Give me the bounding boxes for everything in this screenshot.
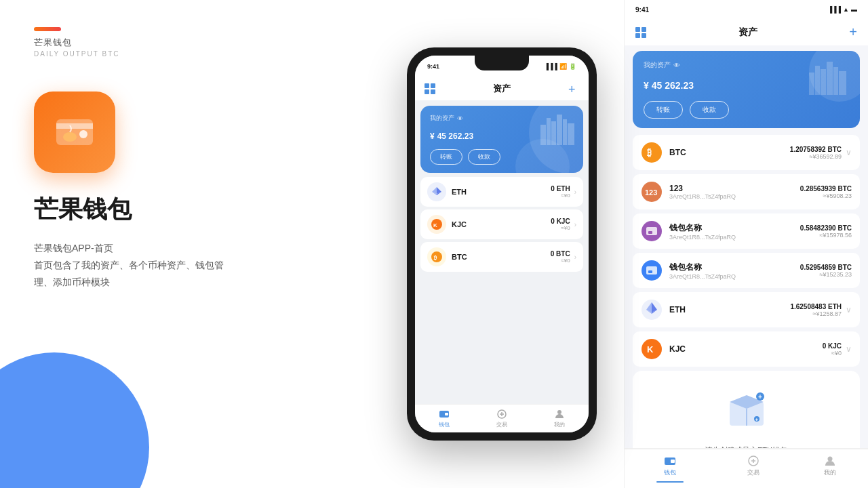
subtitle-small: DAILY OUTPUT BTC <box>34 50 346 58</box>
phone-mockup: 9:41 ▐▐▐ 📶 🔋 资产 + <box>407 47 597 441</box>
coin-amounts-kjc: 0 KJC ≈¥0 <box>551 218 570 231</box>
svg-text:+: + <box>758 393 762 401</box>
phone-nav-trade[interactable]: 交易 <box>496 409 507 428</box>
r-coin-left-btc: ₿ BTC <box>641 142 686 163</box>
r-btc-amounts: 1.20758392 BTC ≈¥36592.89 <box>790 146 842 160</box>
r-123-icon: 123 <box>641 181 663 203</box>
chevron-btc: › <box>574 253 576 261</box>
svg-rect-22 <box>809 73 814 95</box>
right-coin-123[interactable]: 123 123 3AreQt1R8...TsZ4fpaRQ 0.28563939… <box>633 174 860 209</box>
r-eth-info: ETH <box>669 305 686 314</box>
right-signal-icon: ▐▐▐ <box>828 6 841 13</box>
eye-icon[interactable]: 👁 <box>457 115 463 122</box>
svg-text:₿: ₿ <box>647 147 652 158</box>
right-coin-eth[interactable]: ETH 1.62508483 ETH ≈¥1258.87 ∨ <box>633 292 860 327</box>
grid-menu-icon[interactable] <box>425 83 435 94</box>
phone-nav-wallet[interactable]: 钱包 <box>439 409 450 428</box>
r-coin-right-wallet1: 0.58482390 BTC ≈¥15978.56 <box>800 224 852 239</box>
coin-name-btc: BTC <box>452 253 467 261</box>
eth-wallet-create-icon: + + <box>719 382 774 436</box>
coin-approx-eth: ≈¥0 <box>551 192 570 199</box>
right-status-icons: ▐▐▐ ▲ ▬ <box>828 6 857 13</box>
r-wallet1-icon <box>641 220 663 242</box>
coin-approx-btc: ≈¥0 <box>551 258 570 264</box>
right-panel: 9:41 ▐▐▐ ▲ ▬ 资产 + <box>624 0 868 488</box>
right-coin-wallet1[interactable]: 钱包名称 3AreQt1R8...TsZ4fpaRQ 0.58482390 BT… <box>633 214 860 249</box>
coin-amount-kjc: 0 KJC <box>551 218 570 225</box>
phone-content[interactable]: 我的资产 👁 ¥45 262.23 转账 收款 <box>415 100 589 404</box>
svg-rect-6 <box>551 121 556 145</box>
phone-asset-card: 我的资产 👁 ¥45 262.23 转账 收款 <box>420 106 583 173</box>
right-coin-btc[interactable]: ₿ BTC 1.20758392 BTC ≈¥36592.89 ∨ <box>633 135 860 170</box>
phone-coin-item-btc[interactable]: ₿ BTC 0 BTC ≈¥0 › <box>420 242 583 272</box>
coin-amounts-btc: 0 BTC ≈¥0 <box>551 250 570 264</box>
svg-rect-34 <box>648 231 652 234</box>
r-wallet1-info: 钱包名称 3AreQt1R8...TsZ4fpaRQ <box>669 222 736 241</box>
btc-icon: ₿ <box>427 247 446 266</box>
svg-rect-0 <box>56 119 93 145</box>
r-trade-nav-icon <box>747 455 760 467</box>
right-grid-icon[interactable] <box>635 27 646 38</box>
svg-rect-23 <box>815 66 820 95</box>
coin-left-btc: ₿ BTC <box>427 247 467 266</box>
r-chevron-eth: ∨ <box>846 305 852 314</box>
svg-rect-4 <box>540 125 546 145</box>
phone-time: 9:41 <box>427 63 439 70</box>
svg-rect-53 <box>671 460 675 463</box>
r-wallet2-icon <box>641 260 663 281</box>
phone-coin-item-kjc[interactable]: K KJC 0 KJC ≈¥0 › <box>420 209 583 239</box>
phone-coin-item-eth[interactable]: ETH 0 ETH ≈¥0 › <box>420 177 583 207</box>
right-receive-btn[interactable]: 收款 <box>690 101 729 119</box>
phone-nav-mine[interactable]: 我的 <box>554 409 565 428</box>
right-time: 9:41 <box>635 6 649 14</box>
right-coin-kjc[interactable]: K KJC 0 KJC ≈¥0 ∨ <box>633 331 860 367</box>
right-transfer-btn[interactable]: 转账 <box>644 101 683 119</box>
app-icon <box>34 92 115 173</box>
svg-point-21 <box>557 410 561 414</box>
right-header: 资产 + <box>625 19 868 45</box>
right-nav-trade[interactable]: 交易 <box>747 455 760 483</box>
svg-rect-26 <box>833 67 838 95</box>
r-kjc-info: KJC <box>669 344 686 354</box>
r-123-amounts: 0.28563939 BTC ≈¥5908.23 <box>800 185 852 199</box>
signal-icon: ▐▐▐ <box>545 63 557 70</box>
coin-right-btc: 0 BTC ≈¥0 › <box>551 250 576 264</box>
svg-rect-5 <box>547 118 551 145</box>
svg-point-16 <box>431 251 442 262</box>
coin-amount-eth: 0 ETH <box>551 185 570 192</box>
r-eye-icon[interactable]: 👁 <box>673 62 680 69</box>
left-panel: 芒果钱包 DAILY OUTPUT BTC 芒果钱包 芒果钱包APP-首页 首页… <box>0 0 380 488</box>
phone-header-title: 资产 <box>493 83 511 95</box>
wifi-icon: 📶 <box>559 63 567 70</box>
svg-rect-7 <box>557 115 562 145</box>
right-nav-mine[interactable]: 我的 <box>824 455 836 483</box>
svg-text:K: K <box>433 222 437 228</box>
app-name-small: 芒果钱包 <box>34 37 346 49</box>
right-nav-wallet[interactable]: 钱包 <box>656 455 684 483</box>
coin-approx-kjc: ≈¥0 <box>551 225 570 231</box>
phone-receive-btn[interactable]: 收款 <box>468 149 500 165</box>
r-wallet2-amounts: 0.52954859 BTC ≈¥15235.23 <box>800 264 852 278</box>
svg-rect-8 <box>563 119 567 145</box>
right-bottom-nav: 钱包 交易 我的 <box>625 448 868 488</box>
city-silhouette <box>537 111 578 145</box>
r-city-silhouette <box>806 58 853 95</box>
eth-wallet-box: + + 请先创建或导入ETH钱包 创建 导入 <box>633 371 860 448</box>
right-content[interactable]: 我的资产 👁 ¥45 262.23 转账 收款 ₿ BTC <box>625 45 868 448</box>
r-kjc-icon: K <box>641 338 663 360</box>
r-123-info: 123 3AreQt1R8...TsZ4fpaRQ <box>669 184 736 200</box>
r-coin-left-wallet1: 钱包名称 3AreQt1R8...TsZ4fpaRQ <box>641 220 736 242</box>
right-add-icon[interactable]: + <box>849 24 857 40</box>
r-coin-right-eth: 1.62508483 ETH ≈¥1258.87 ∨ <box>790 303 852 317</box>
phone-screen: 9:41 ▐▐▐ 📶 🔋 资产 + <box>415 56 589 432</box>
add-icon[interactable]: + <box>568 83 579 94</box>
coin-right-kjc: 0 KJC ≈¥0 › <box>551 218 576 231</box>
coin-left-kjc: K KJC <box>427 215 467 234</box>
chevron-eth: › <box>574 188 576 196</box>
r-eth-icon <box>641 299 663 321</box>
right-coin-wallet2[interactable]: 钱包名称 3AreQt1R8...TsZ4fpaRQ 0.52954859 BT… <box>633 253 860 288</box>
desc-line2: 首页包含了我的资产、各个币种资产、钱包管 <box>34 257 346 274</box>
desc-line1: 芒果钱包APP-首页 <box>34 240 346 257</box>
phone-transfer-btn[interactable]: 转账 <box>430 149 462 165</box>
phone-coin-list: ETH 0 ETH ≈¥0 › <box>415 173 589 276</box>
